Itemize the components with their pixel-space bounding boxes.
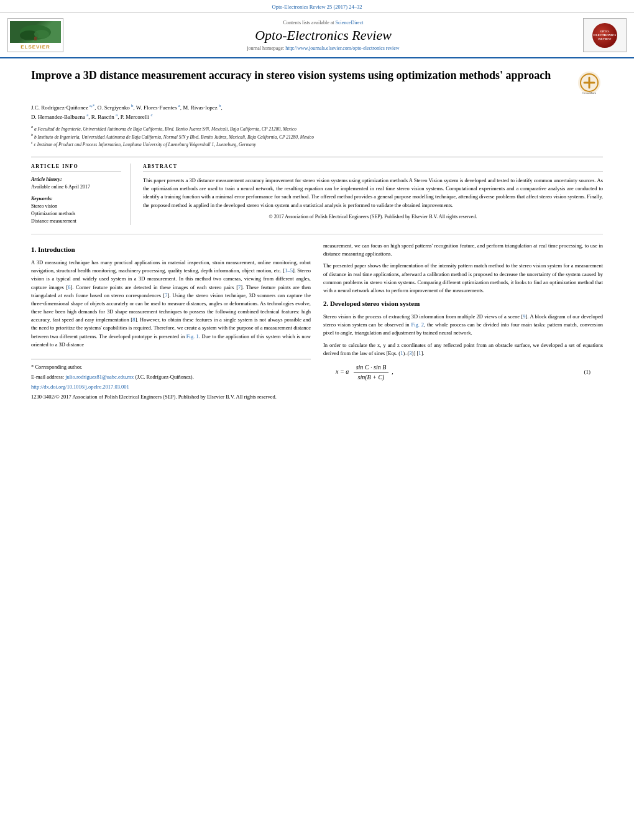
- right-column: measurement, we can focus on high speed …: [323, 242, 603, 404]
- keyword-2: Optimization methods: [31, 210, 121, 218]
- affiliation-a: a a Facultad de Ingeniería, Universidad …: [31, 124, 603, 132]
- elsevier-wordmark: ELSEVIER: [21, 44, 50, 50]
- ref-6[interactable]: 6: [68, 284, 70, 290]
- email-note: E-mail address: julio.rodriguez81@uabc.e…: [31, 373, 311, 381]
- article-info: ARTICLE INFO Article history: Available …: [31, 164, 131, 225]
- issn-note: 1230-3402/© 2017 Association of Polish E…: [31, 393, 311, 401]
- journal-center: Contents lists available at ScienceDirec…: [73, 20, 573, 51]
- article-title-block: Improve a 3D distance measurement accura…: [31, 68, 566, 89]
- doi-note: http://dx.doi.org/10.1016/j.opelre.2017.…: [31, 383, 311, 391]
- stereo-vision-paragraph-1: Stereo vision is the process of extracti…: [323, 313, 603, 338]
- affiliations: a a Facultad de Ingeniería, Universidad …: [31, 124, 603, 148]
- homepage-link[interactable]: http://www.journals.elsevier.com/opto-el…: [285, 45, 399, 51]
- keyword-1: Stereo vision: [31, 203, 121, 210]
- intro-paragraph-2: measurement, we can focus on high speed …: [323, 242, 603, 258]
- journal-title: Opto-Electronics Review: [73, 27, 573, 44]
- corresponding-author-note: * Corresponding author.: [31, 363, 311, 371]
- svg-text:CrossMark: CrossMark: [582, 91, 596, 95]
- stereo-vision-paragraph-2: In order to calculate the x, y and z coo…: [323, 341, 603, 358]
- left-column: 1. Introduction A 3D measuring technique…: [31, 242, 311, 404]
- tree-icon: [17, 23, 54, 42]
- elsevier-tree-graphic: [10, 21, 61, 43]
- section1-title: 1. Introduction: [31, 244, 311, 255]
- formula-1-number: (1): [584, 368, 591, 377]
- ref-1-5[interactable]: 1–5: [285, 267, 293, 274]
- ref-9[interactable]: 9: [523, 313, 525, 320]
- intro-paragraph-3: The presented paper shows the implementa…: [323, 262, 603, 295]
- keywords-list: Stereo vision Optimization methods Dista…: [31, 203, 121, 225]
- sciencedirect-label: Contents lists available at ScienceDirec…: [73, 20, 573, 25]
- journal-citation: Opto-Electronics Review 25 (2017) 24–32: [272, 4, 362, 10]
- authors-text-2: D. Hernandez-Balbuena a, R. Rascón a, P.…: [31, 114, 153, 120]
- page: Opto-Electronics Review 25 (2017) 24–32 …: [0, 0, 634, 840]
- abstract-header: ABSTRACT: [143, 164, 603, 172]
- ref-8[interactable]: 8: [132, 316, 135, 323]
- journal-logo: OPTO-ELECTRONICSREVIEW: [583, 18, 627, 52]
- section2-title: 2. Developed stereo vision system: [323, 298, 603, 309]
- journal-header: ELSEVIER Contents lists available at Sci…: [0, 13, 634, 58]
- article-title: Improve a 3D distance measurement accura…: [31, 68, 566, 83]
- affiliation-c: c c Institute of Product and Process Inf…: [31, 140, 603, 148]
- divider-1: [31, 157, 603, 157]
- ref-7[interactable]: 7: [238, 284, 241, 290]
- elsevier-logo: ELSEVIER: [7, 18, 63, 52]
- homepage-label: journal homepage: http://www.journals.el…: [73, 45, 573, 51]
- article-info-header: ARTICLE INFO: [31, 164, 121, 172]
- main-content: Improve a 3D distance measurement accura…: [0, 58, 634, 413]
- ref-eq3[interactable]: 3: [409, 350, 411, 356]
- keyword-3: Distance measurement: [31, 218, 121, 225]
- crossmark-badge: CrossMark: [575, 68, 603, 96]
- formula-1-line: x = a sin C ∙ sin B sin(B + C) , (1): [323, 362, 603, 382]
- footnotes: * Corresponding author. E-mail address: …: [31, 359, 311, 402]
- body-columns: 1. Introduction A 3D measuring technique…: [31, 242, 603, 404]
- keywords-label: Keywords:: [31, 196, 121, 201]
- abstract-copyright: © 2017 Association of Polish Electrical …: [143, 213, 603, 221]
- email-link[interactable]: julio.rodriguez81@uabc.edu.mx: [65, 374, 134, 380]
- abstract-text: This paper presents a 3D distance measur…: [143, 177, 603, 210]
- journal-badge: OPTO-ELECTRONICSREVIEW: [592, 23, 617, 48]
- article-title-section: Improve a 3D distance measurement accura…: [31, 68, 603, 96]
- divider-2: [31, 234, 603, 234]
- ref-eq1[interactable]: 1: [400, 350, 403, 356]
- abstract-section: ABSTRACT This paper presents a 3D distan…: [143, 164, 603, 225]
- sciencedirect-link[interactable]: ScienceDirect: [336, 20, 364, 25]
- info-abstract-section: ARTICLE INFO Article history: Available …: [31, 164, 603, 225]
- doi-link[interactable]: http://dx.doi.org/10.1016/j.opelre.2017.…: [31, 384, 129, 390]
- authors: J.C. Rodríguez-Quiñonez a,*, O. Sergiyen…: [31, 103, 603, 122]
- ref-7b[interactable]: 7: [165, 292, 167, 298]
- ref-fig1[interactable]: Fig. 1: [186, 333, 199, 339]
- ref-1b[interactable]: 1: [418, 350, 421, 356]
- intro-paragraph-1: A 3D measuring technique has many practi…: [31, 259, 311, 349]
- affiliation-b: b b Instituto de Ingeniería, Universidad…: [31, 132, 603, 141]
- article-history-value: Available online 6 April 2017: [31, 183, 121, 191]
- svg-rect-3: [34, 37, 37, 40]
- ref-fig2[interactable]: Fig. 2: [411, 321, 424, 328]
- article-history-label: Article history:: [31, 177, 121, 182]
- crossmark-icon: CrossMark: [577, 70, 602, 95]
- journal-citation-bar: Opto-Electronics Review 25 (2017) 24–32: [0, 0, 634, 13]
- formula-1: x = a sin C ∙ sin B sin(B + C) ,: [323, 362, 393, 382]
- authors-text: J.C. Rodríguez-Quiñonez a,*, O. Sergiyen…: [31, 104, 223, 111]
